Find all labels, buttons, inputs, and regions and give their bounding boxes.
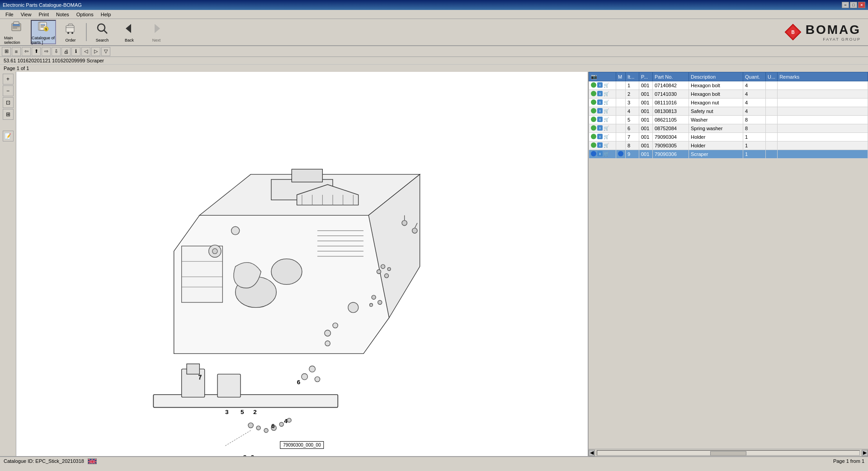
main-selection-button[interactable]: Main selection (4, 20, 29, 44)
menu-bar: File View Print Notes Options Help (0, 10, 868, 19)
order-button[interactable]: Order (58, 20, 83, 44)
breadcrumb: 53.61 101620201121 101620209999 Scraper (0, 57, 868, 65)
table-row[interactable]: i 🛒 800179090305Holder1 (589, 141, 868, 150)
cart-icon[interactable]: 🛒 (604, 143, 609, 148)
info-icon[interactable]: i (597, 134, 603, 139)
svg-rect-3 (13, 26, 20, 27)
row-quantity: 4 (743, 107, 766, 116)
tb2-print-icon[interactable]: 🖨 (61, 47, 71, 56)
row-quantity: 8 (743, 116, 766, 124)
table-row[interactable]: i 🛒 700179090304Holder1 (589, 133, 868, 141)
tb2-info-icon[interactable]: ℹ (71, 47, 80, 56)
svg-text:8: 8 (243, 454, 247, 456)
fit-button[interactable]: ⊡ (3, 97, 14, 108)
scroll-right-button[interactable]: ▶ (862, 450, 868, 456)
main-selection-label: Main selection (4, 36, 28, 45)
cart-icon[interactable]: 🛒 (604, 134, 609, 139)
svg-point-14 (71, 32, 73, 34)
tb2-nav2-icon[interactable]: ⬆ (32, 47, 41, 56)
catalogue-button[interactable]: $ Catalogue of parts ] (31, 20, 56, 44)
table-row[interactable]: i 🛒 900179090306Scraper1 (589, 150, 868, 159)
tb2-filter-icon[interactable]: ▽ (101, 47, 110, 56)
horizontal-scrollbar[interactable]: ◀ ▶ (589, 449, 868, 456)
green-dot-icon (591, 125, 596, 131)
menu-print[interactable]: Print (35, 11, 52, 18)
info-icon[interactable]: i (597, 151, 603, 156)
actual-size-button[interactable]: ⊞ (3, 109, 14, 120)
cart-icon[interactable]: 🛒 (604, 100, 609, 105)
next-button[interactable]: Next (144, 20, 169, 44)
minimize-button[interactable]: − (842, 2, 849, 8)
row-description: Washer (689, 116, 743, 124)
tb2-nav3-icon[interactable]: ⇨ (42, 47, 51, 56)
cart-icon[interactable]: 🛒 (604, 117, 609, 122)
row-item: 7 (626, 133, 639, 141)
svg-point-46 (381, 264, 385, 268)
row-m (616, 90, 626, 99)
table-row[interactable]: i 🛒 100107140842Hexagon bolt4 (589, 81, 868, 90)
svg-point-33 (271, 259, 302, 285)
catalogue-icon: $ (37, 20, 50, 35)
green-dot-icon (591, 108, 596, 113)
tb2-nav1-icon[interactable]: ⇦ (22, 47, 31, 56)
info-icon[interactable]: i (597, 99, 603, 105)
svg-point-55 (279, 422, 283, 426)
restore-button[interactable]: □ (850, 2, 857, 8)
search-button[interactable]: Search (90, 20, 115, 44)
row-partno: 08752084 (653, 124, 689, 133)
table-row[interactable]: i 🛒 200107141030Hexagon bolt4 (589, 90, 868, 99)
notes-button[interactable]: 📝 (3, 131, 14, 141)
svg-point-59 (315, 377, 320, 382)
left-sidebar: + − ⊡ ⊞ 📝 (0, 72, 16, 456)
back-button[interactable]: Back (117, 20, 142, 44)
cart-icon[interactable]: 🛒 (604, 126, 609, 131)
order-label: Order (65, 38, 75, 42)
menu-options[interactable]: Options (73, 11, 97, 18)
menu-help[interactable]: Help (97, 11, 115, 18)
zoom-in-button[interactable]: + (3, 74, 14, 85)
table-row[interactable]: i 🛒 400108130813Safety nut4 (589, 107, 868, 116)
cart-icon[interactable]: 🛒 (604, 91, 609, 96)
back-icon (123, 22, 136, 37)
info-icon[interactable]: i (597, 82, 603, 88)
col-p: P... (639, 72, 653, 81)
table-row[interactable]: i 🛒 500108621105Washer8 (589, 116, 868, 124)
row-description: Spring washer (689, 124, 743, 133)
tb2-list-icon[interactable]: ≡ (12, 47, 21, 56)
info-icon[interactable]: i (597, 125, 603, 131)
scroll-thumb[interactable] (710, 451, 746, 456)
svg-point-57 (302, 374, 308, 380)
col-u: U... (766, 72, 778, 81)
menu-view[interactable]: View (17, 11, 35, 18)
bomag-logo-area: B BOMAG FAYAT GROUP (780, 21, 864, 43)
info-icon[interactable]: i (597, 108, 603, 113)
tb2-grid-icon[interactable]: ⊞ (2, 47, 11, 56)
close-button[interactable]: × (858, 2, 865, 8)
col-remarks: Remarks (778, 72, 868, 81)
tb2-prev-icon[interactable]: ◁ (81, 47, 90, 56)
zoom-out-button[interactable]: − (3, 85, 14, 96)
svg-point-42 (412, 228, 417, 233)
cart-icon[interactable]: 🛒 (604, 83, 609, 88)
info-icon[interactable]: i (597, 117, 603, 122)
menu-notes[interactable]: Notes (52, 11, 73, 18)
info-icon[interactable]: i (597, 142, 603, 148)
svg-rect-8 (41, 25, 45, 26)
cart-icon[interactable]: 🛒 (604, 108, 609, 113)
cart-icon[interactable]: 🛒 (604, 151, 609, 156)
svg-point-56 (287, 418, 291, 422)
tb2-next-page-icon[interactable]: ▷ (91, 47, 100, 56)
col-camera-icon: 📷 (591, 74, 597, 79)
info-icon[interactable]: i (597, 91, 603, 96)
table-row[interactable]: i 🛒 300108111016Hexagon nut4 (589, 99, 868, 107)
parts-table-wrapper[interactable]: 📷 M It... P... Part No. Description Quan… (589, 72, 868, 449)
row-m (616, 141, 626, 150)
search-icon (96, 22, 108, 37)
row-pos: 001 (639, 99, 653, 107)
menu-file[interactable]: File (2, 11, 17, 18)
table-row[interactable]: i 🛒 600108752084Spring washer8 (589, 124, 868, 133)
row-item: 9 (626, 150, 639, 159)
tb2-nav4-icon[interactable]: ⇩ (52, 47, 61, 56)
scroll-left-button[interactable]: ◀ (589, 450, 595, 456)
scroll-track[interactable] (597, 450, 860, 456)
